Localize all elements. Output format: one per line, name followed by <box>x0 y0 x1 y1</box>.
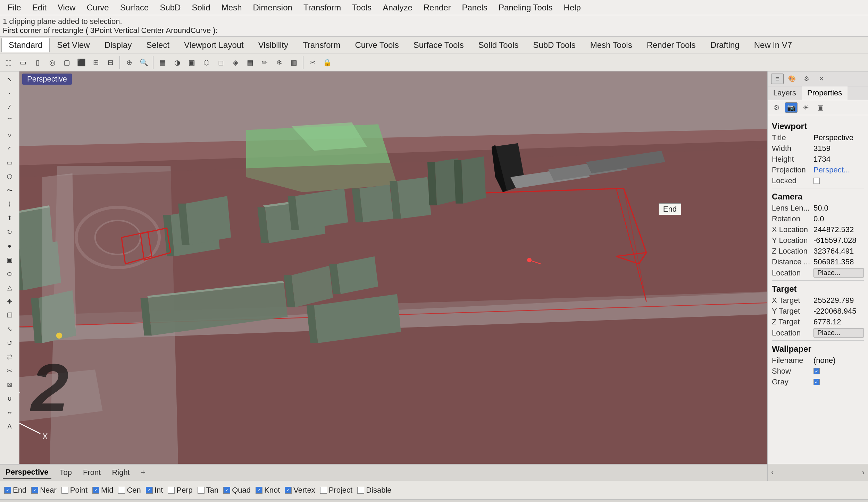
snap-item-cen[interactable]: Cen <box>118 486 141 495</box>
tab-new-in-v7[interactable]: New in V7 <box>747 38 799 52</box>
snap-check-tan[interactable] <box>198 487 205 494</box>
left-trim-icon[interactable]: ✂ <box>2 364 17 377</box>
menu-view[interactable]: View <box>53 1 81 14</box>
left-scale-icon[interactable]: ⤡ <box>2 323 17 336</box>
left-split-icon[interactable]: ⊠ <box>2 378 17 391</box>
menu-solid[interactable]: Solid <box>187 1 215 14</box>
viewport-area[interactable]: Perspective <box>19 71 767 464</box>
tab-visibility[interactable]: Visibility <box>251 38 295 52</box>
snap-check-end[interactable] <box>4 487 11 494</box>
left-freeform-icon[interactable]: 〜 <box>2 184 17 197</box>
left-cone-icon[interactable]: △ <box>2 281 17 294</box>
snap-item-perp[interactable]: Perp <box>168 486 192 495</box>
snap-item-int[interactable]: Int <box>146 486 163 495</box>
tb-ghost-icon[interactable]: ◻ <box>214 56 228 69</box>
prop-vp-proj-value[interactable]: Perspect... <box>813 165 864 175</box>
snap-item-near[interactable]: Near <box>31 486 57 495</box>
left-sphere-icon[interactable]: ● <box>2 239 17 253</box>
prop-viewport-icon[interactable]: ▣ <box>814 102 827 113</box>
menu-help[interactable]: Help <box>559 1 586 14</box>
tb-shade-icon[interactable]: ◑ <box>170 56 184 69</box>
tab-select[interactable]: Select <box>139 38 177 52</box>
left-arc-icon[interactable]: ◜ <box>2 142 17 155</box>
vp-tab-right[interactable]: Right <box>109 467 132 478</box>
tb-tech-icon[interactable]: ▤ <box>243 56 257 69</box>
snap-item-knot[interactable]: Knot <box>256 486 280 495</box>
tb-grid-icon[interactable]: ▦ <box>156 56 169 69</box>
left-interpolate-icon[interactable]: ⌇ <box>2 198 17 211</box>
snap-check-mid[interactable] <box>92 487 99 494</box>
snap-check-quad[interactable] <box>223 487 230 494</box>
menu-analyze[interactable]: Analyze <box>378 1 417 14</box>
tab-subd-tools[interactable]: SubD Tools <box>526 38 583 52</box>
tb-clipping-icon[interactable]: ✂ <box>306 56 319 69</box>
left-cylinder-icon[interactable]: ⬭ <box>2 267 17 280</box>
tab-render-tools[interactable]: Render Tools <box>640 38 703 52</box>
tb-deselect-icon[interactable]: ▢ <box>60 56 74 69</box>
left-rotate-icon[interactable]: ↺ <box>2 337 17 350</box>
snap-check-near[interactable] <box>31 487 38 494</box>
close-panel-icon[interactable]: ✕ <box>815 74 827 84</box>
tab-display[interactable]: Display <box>97 38 139 52</box>
menu-edit[interactable]: Edit <box>27 1 51 14</box>
settings-panel-icon[interactable]: ⚙ <box>800 74 813 84</box>
snap-check-int[interactable] <box>146 487 153 494</box>
menu-subd[interactable]: SubD <box>155 1 185 14</box>
prop-tgt-loc-btn[interactable]: Place... <box>813 328 864 338</box>
left-mirror-icon[interactable]: ⇄ <box>2 350 17 364</box>
left-point-icon[interactable]: · <box>2 87 17 100</box>
snap-item-project[interactable]: Project <box>320 486 352 495</box>
vp-tab-add-button[interactable]: + <box>138 467 148 478</box>
tb-wire-icon[interactable]: ⬡ <box>199 56 213 69</box>
menu-tools[interactable]: Tools <box>347 1 376 14</box>
tab-mesh-tools[interactable]: Mesh Tools <box>583 38 640 52</box>
left-move-icon[interactable]: ✥ <box>2 295 17 308</box>
tb-invert-icon[interactable]: ⬛ <box>74 56 88 69</box>
left-dim-icon[interactable]: ↔ <box>2 406 17 419</box>
panel-scroll-left[interactable]: ‹ <box>771 468 774 477</box>
menu-mesh[interactable]: Mesh <box>217 1 247 14</box>
tab-viewport-layout[interactable]: Viewport Layout <box>177 38 251 52</box>
menu-surface[interactable]: Surface <box>115 1 154 14</box>
viewport-label[interactable]: Perspective <box>22 74 72 85</box>
tb-window-select-icon[interactable]: ▭ <box>16 56 30 69</box>
tb-zoom-win-icon[interactable]: 🔍 <box>137 56 151 69</box>
prop-wp-gray-checkbox[interactable] <box>813 379 820 385</box>
menu-render[interactable]: Render <box>419 1 456 14</box>
left-text-icon[interactable]: A <box>2 420 17 433</box>
snap-check-vertex[interactable] <box>285 487 292 494</box>
tb-xray-icon[interactable]: ◈ <box>228 56 242 69</box>
menu-dimension[interactable]: Dimension <box>248 1 297 14</box>
tab-surface-tools[interactable]: Surface Tools <box>406 38 471 52</box>
prop-camera-icon[interactable]: 📷 <box>785 102 798 113</box>
panel-scroll-right[interactable]: › <box>862 468 865 477</box>
tb-lasso-icon[interactable]: ◎ <box>45 56 59 69</box>
snap-item-quad[interactable]: Quad <box>223 486 251 495</box>
left-box-icon[interactable]: ▣ <box>2 253 17 266</box>
left-copy-icon[interactable]: ❐ <box>2 309 17 322</box>
tab-layers[interactable]: Layers <box>768 86 802 100</box>
snap-check-perp[interactable] <box>168 487 175 494</box>
tb-select-layer-icon[interactable]: ⊟ <box>103 56 117 69</box>
layers-icon[interactable]: ≡ <box>771 74 784 84</box>
tb-crossing-select-icon[interactable]: ▯ <box>31 56 44 69</box>
tab-curve-tools[interactable]: Curve Tools <box>348 38 406 52</box>
tb-render-icon[interactable]: ▣ <box>185 56 199 69</box>
snap-item-tan[interactable]: Tan <box>198 486 218 495</box>
tb-pen-icon[interactable]: ✏ <box>258 56 272 69</box>
snap-item-disable[interactable]: Disable <box>357 486 391 495</box>
left-extrude-icon[interactable]: ⬆ <box>2 212 17 225</box>
snap-item-end[interactable]: End <box>4 486 26 495</box>
vp-tab-front[interactable]: Front <box>80 467 103 478</box>
tab-standard[interactable]: Standard <box>1 38 50 52</box>
prop-wp-show-checkbox[interactable] <box>813 368 820 374</box>
menu-curve[interactable]: Curve <box>82 1 114 14</box>
tb-select-all-icon[interactable]: ⊞ <box>89 56 103 69</box>
tb-lock-icon[interactable]: 🔒 <box>320 56 334 69</box>
menu-panels[interactable]: Panels <box>457 1 492 14</box>
tab-drafting[interactable]: Drafting <box>703 38 747 52</box>
left-boolean-icon[interactable]: ∪ <box>2 392 17 405</box>
tab-properties[interactable]: Properties <box>802 86 848 100</box>
snap-check-project[interactable] <box>320 487 327 494</box>
snap-check-point[interactable] <box>61 487 68 494</box>
